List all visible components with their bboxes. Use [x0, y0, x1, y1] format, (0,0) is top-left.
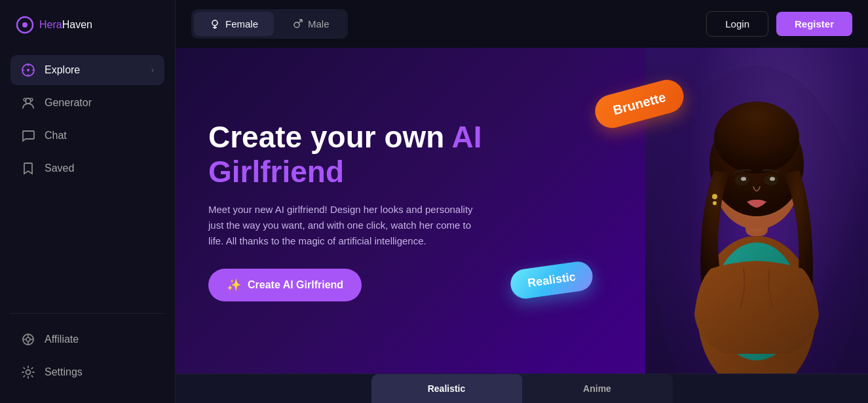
main-content: Female Male Login Register Create your o… [176, 0, 868, 403]
svg-point-18 [212, 20, 217, 26]
chevron-right-icon: › [151, 66, 154, 75]
svg-point-10 [24, 98, 26, 101]
chat-icon [21, 128, 35, 143]
sidebar-bottom: Affiliate Settings [0, 324, 175, 387]
style-tab-realistic[interactable]: Realistic [371, 374, 522, 403]
style-tabs-bar: Realistic Anime [176, 374, 868, 403]
svg-point-21 [294, 22, 299, 28]
sidebar-item-generator-label: Generator [45, 97, 154, 109]
sidebar-item-saved-label: Saved [45, 163, 154, 174]
svg-point-37 [713, 201, 717, 205]
main-nav: Explore › Generator Chat [0, 55, 175, 303]
login-button[interactable]: Login [706, 11, 768, 37]
svg-point-1 [22, 22, 28, 28]
gender-tab-female[interactable]: Female [194, 12, 274, 36]
sidebar-item-chat[interactable]: Chat [10, 121, 164, 151]
sidebar-item-settings[interactable]: Settings [10, 357, 164, 387]
hero-title-line1: Create your own AI [208, 120, 481, 154]
sidebar-item-settings-label: Settings [45, 366, 154, 378]
sidebar-item-generator[interactable]: Generator [10, 88, 164, 118]
bookmark-icon [21, 161, 35, 176]
sidebar-item-affiliate-label: Affiliate [45, 334, 154, 345]
sidebar-item-explore-label: Explore [45, 64, 142, 76]
hera-haven-logo-icon [16, 16, 34, 34]
sidebar-item-saved[interactable]: Saved [10, 153, 164, 183]
register-button[interactable]: Register [776, 12, 852, 36]
compass-icon [21, 63, 35, 77]
svg-point-34 [741, 177, 746, 181]
hero-title-line2: Girlfriend [208, 155, 344, 189]
svg-point-17 [26, 370, 31, 375]
hero-banner: Create your own AI Girlfriend Meet your … [176, 48, 868, 374]
sidebar: HeraHaven Explore › [0, 0, 176, 403]
svg-point-3 [27, 69, 29, 71]
style-tabs-inner: Realistic Anime [371, 374, 673, 403]
svg-point-31 [714, 102, 799, 174]
create-girlfriend-button[interactable]: ✨ Create AI Girlfriend [208, 269, 362, 301]
wand-icon: ✨ [227, 278, 241, 292]
affiliate-icon [21, 332, 35, 347]
svg-point-12 [26, 337, 30, 341]
auth-buttons: Login Register [706, 11, 852, 37]
sidebar-item-explore[interactable]: Explore › [10, 55, 164, 85]
hero-title: Create your own AI Girlfriend [208, 120, 483, 189]
gender-tab-male[interactable]: Male [276, 12, 345, 36]
svg-point-9 [30, 98, 33, 101]
logo-text: HeraHaven [39, 19, 92, 31]
sidebar-item-affiliate[interactable]: Affiliate [10, 324, 164, 355]
sidebar-item-chat-label: Chat [45, 130, 154, 142]
style-tab-anime[interactable]: Anime [522, 374, 673, 403]
gender-tab-group: Female Male [191, 9, 348, 39]
sidebar-divider [10, 313, 164, 314]
svg-point-35 [770, 177, 775, 181]
hero-description: Meet your new AI girlfriend! Design her … [208, 202, 483, 249]
generator-icon [21, 96, 35, 110]
male-icon [292, 19, 303, 29]
svg-point-36 [712, 194, 717, 199]
logo: HeraHaven [0, 16, 175, 55]
settings-icon [21, 365, 35, 379]
topbar: Female Male Login Register [176, 0, 868, 48]
tag-realistic: Realistic [508, 259, 594, 300]
female-icon [210, 19, 220, 29]
hero-content: Create your own AI Girlfriend Meet your … [176, 94, 516, 328]
